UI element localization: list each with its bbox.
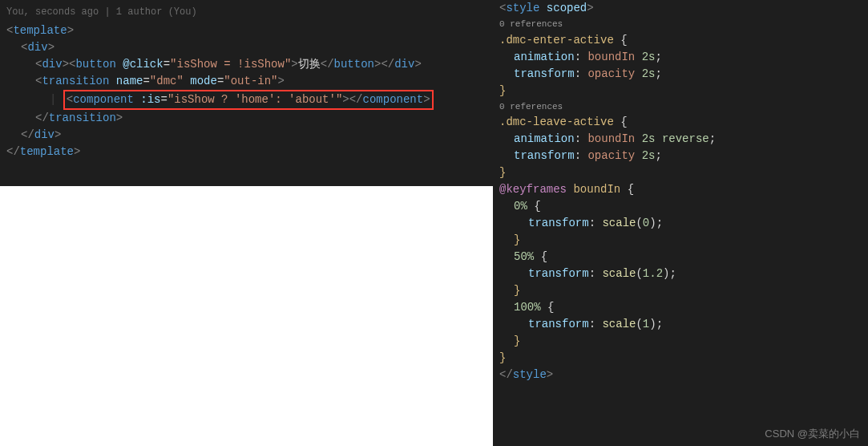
code-line[interactable]: <transition name="dmc" mode="out-in">: [6, 73, 486, 90]
code-line-highlighted[interactable]: | <component :is="isShow ? 'home': 'abou…: [6, 90, 486, 110]
code-line[interactable]: transform: opacity 2s;: [499, 148, 862, 164]
code-line[interactable]: animation: boundIn 2s reverse;: [499, 131, 862, 148]
left-editor[interactable]: You, seconds ago | 1 author (You) <templ…: [0, 0, 493, 186]
code-line[interactable]: }: [499, 83, 862, 99]
code-line[interactable]: <div><button @click="isShow = !isShow">切…: [6, 56, 486, 73]
git-blame-annotation: You, seconds ago | 1 author (You): [6, 3, 486, 22]
code-line[interactable]: 50% {: [499, 249, 862, 266]
watermark: CSDN @卖菜的小白: [765, 426, 860, 442]
code-line[interactable]: }: [499, 232, 862, 249]
code-line[interactable]: transform: scale(1.2);: [499, 266, 862, 282]
code-line[interactable]: }: [499, 282, 862, 299]
code-line[interactable]: .dmc-enter-active {: [499, 32, 862, 49]
code-line[interactable]: .dmc-leave-active {: [499, 114, 862, 131]
code-line[interactable]: transform: scale(1);: [499, 316, 862, 333]
code-line[interactable]: }: [499, 164, 862, 181]
code-line[interactable]: animation: boundIn 2s;: [499, 49, 862, 66]
code-line[interactable]: <template>: [6, 22, 486, 39]
code-line[interactable]: 100% {: [499, 299, 862, 316]
code-line[interactable]: </style>: [499, 367, 862, 383]
code-line[interactable]: <div>: [6, 39, 486, 56]
right-editor[interactable]: <style scoped> 0 references .dmc-enter-a…: [493, 0, 868, 446]
code-line[interactable]: }: [499, 350, 862, 367]
code-line[interactable]: </transition>: [6, 110, 486, 127]
editor-panes: You, seconds ago | 1 author (You) <templ…: [0, 0, 868, 446]
code-line[interactable]: transform: scale(0);: [499, 215, 862, 232]
code-line[interactable]: 0% {: [499, 198, 862, 215]
code-line[interactable]: }: [499, 333, 862, 350]
code-line[interactable]: <style scoped>: [499, 0, 862, 17]
highlight-box: <component :is="isShow ? 'home': 'about'…: [63, 90, 434, 110]
code-line[interactable]: @keyframes boundIn {: [499, 181, 862, 198]
codelens-references[interactable]: 0 references: [499, 99, 862, 115]
code-line[interactable]: </div>: [6, 127, 486, 144]
code-line[interactable]: </template>: [6, 144, 486, 160]
codelens-references[interactable]: 0 references: [499, 17, 862, 32]
code-line[interactable]: transform: opacity 2s;: [499, 66, 862, 83]
